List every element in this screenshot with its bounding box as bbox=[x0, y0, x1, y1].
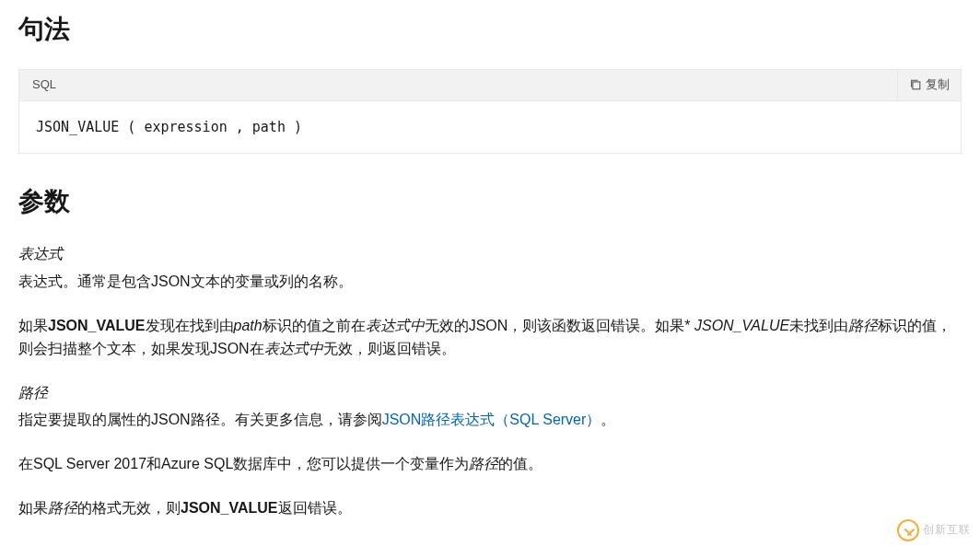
expression-desc-1: 表达式。通常是包含JSON文本的变量或列的名称。 bbox=[18, 270, 962, 294]
copy-label: 复制 bbox=[926, 76, 950, 95]
param-expression: 表达式 表达式。通常是包含JSON文本的变量或列的名称。 如果JSON_VALU… bbox=[18, 242, 962, 360]
code-language-label: SQL bbox=[19, 70, 69, 100]
path-desc-1: 指定要提取的属性的JSON路径。有关更多信息，请参阅JSON路径表达式（SQL … bbox=[18, 408, 962, 432]
param-path: 路径 指定要提取的属性的JSON路径。有关更多信息，请参阅JSON路径表达式（S… bbox=[18, 381, 962, 519]
watermark: 创新互联 bbox=[897, 519, 971, 540]
path-title: 路径 bbox=[18, 381, 962, 405]
syntax-heading: 句法 bbox=[18, 9, 962, 51]
copy-icon bbox=[909, 78, 922, 91]
code-header: SQL 复制 bbox=[19, 70, 961, 101]
svg-rect-0 bbox=[913, 82, 920, 89]
copy-button[interactable]: 复制 bbox=[897, 70, 961, 100]
path-desc-2: 在SQL Server 2017和Azure SQL数据库中，您可以提供一个变量… bbox=[18, 452, 962, 476]
expression-desc-2: 如果JSON_VALUE发现在找到由path标识的值之前在表达式中无效的JSON… bbox=[18, 314, 962, 361]
json-path-link[interactable]: JSON路径表达式（SQL Server） bbox=[382, 412, 601, 427]
expression-title: 表达式 bbox=[18, 242, 962, 266]
params-heading: 参数 bbox=[18, 181, 962, 223]
code-block: SQL 复制 JSON_VALUE ( expression , path ) bbox=[18, 69, 962, 154]
watermark-icon bbox=[897, 519, 919, 540]
watermark-text: 创新互联 bbox=[923, 521, 971, 539]
path-desc-3: 如果路径的格式无效，则JSON_VALUE返回错误。 bbox=[18, 496, 962, 520]
code-body: JSON_VALUE ( expression , path ) bbox=[19, 101, 961, 153]
